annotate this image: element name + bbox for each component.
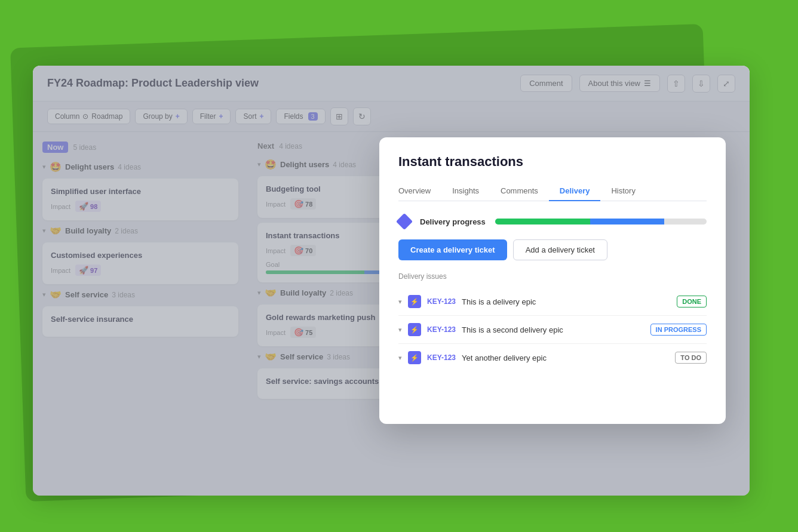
delivery-progress-row: Delivery progress [398,216,707,227]
delivery-diamond-icon [396,213,413,230]
modal-panel: Instant transactions Overview Insights C… [379,137,726,424]
tab-comments[interactable]: Comments [490,182,549,201]
issue-key-3: KEY-123 [427,353,456,362]
app-window: FY24 Roadmap: Product Leadership view Co… [33,66,750,496]
delivery-issue-2: ▾ ⚡ KEY-123 This is a second delivery ep… [398,316,707,344]
issue-title-3: Yet another delivery epic [462,353,669,362]
modal-tabs: Overview Insights Comments Delivery Hist… [398,182,707,201]
delivery-issue-3: ▾ ⚡ KEY-123 Yet another delivery epic TO… [398,344,707,371]
status-badge-1: DONE [677,296,707,307]
action-buttons: Create a delivery ticket Add a delivery … [398,239,707,260]
modal-title: Instant transactions [398,154,707,170]
lightning-icon: ⚡ [410,354,419,362]
issue-icon-1: ⚡ [408,295,421,308]
tab-insights[interactable]: Insights [441,182,490,201]
issue-chevron-icon[interactable]: ▾ [398,326,402,334]
delivery-issue-1: ▾ ⚡ KEY-123 This is a delivery epic DONE [398,288,707,316]
tab-delivery[interactable]: Delivery [549,182,601,201]
add-delivery-ticket-button[interactable]: Add a delivery ticket [513,239,607,260]
lightning-icon: ⚡ [410,326,419,334]
delivery-issues-label: Delivery issues [398,272,707,281]
issue-icon-3: ⚡ [408,351,421,364]
issue-title-2: This is a second delivery epic [462,325,644,334]
issue-title-1: This is a delivery epic [462,297,671,306]
issue-chevron-icon[interactable]: ▾ [398,354,402,362]
issue-chevron-icon[interactable]: ▾ [398,298,402,306]
progress-blue-segment [590,219,664,225]
delivery-progress-bar [495,219,707,225]
modal-overlay: Instant transactions Overview Insights C… [33,66,750,496]
issue-key-1: KEY-123 [427,297,456,306]
tab-history[interactable]: History [600,182,646,201]
tab-overview[interactable]: Overview [398,182,441,201]
progress-green-segment [495,219,590,225]
delivery-progress-label: Delivery progress [420,217,486,226]
lightning-icon: ⚡ [410,298,419,306]
status-badge-2: IN PROGRESS [650,324,707,336]
issue-icon-2: ⚡ [408,323,421,336]
issue-key-2: KEY-123 [427,325,456,334]
create-delivery-ticket-button[interactable]: Create a delivery ticket [398,239,507,260]
status-badge-3: TO DO [675,352,707,364]
